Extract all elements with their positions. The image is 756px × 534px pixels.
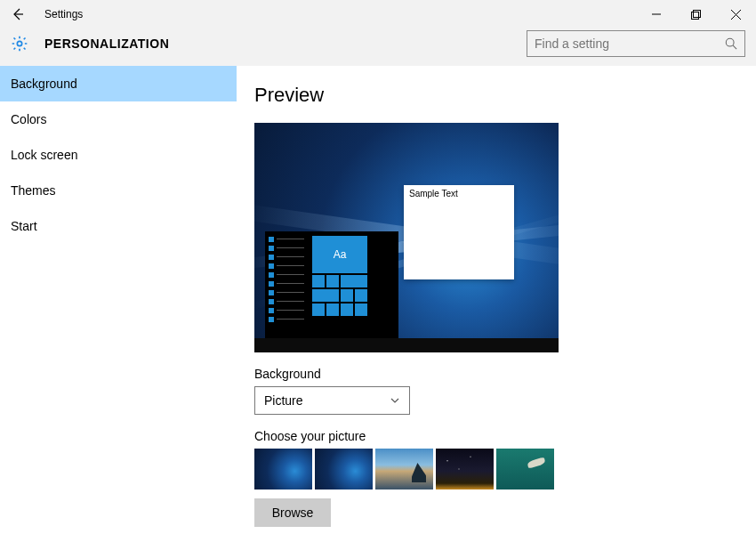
- title-bar: Settings: [0, 0, 756, 28]
- svg-point-6: [17, 41, 21, 45]
- picture-thumb-5[interactable]: [496, 449, 554, 490]
- svg-line-8: [733, 45, 736, 49]
- minimize-button[interactable]: [636, 0, 676, 28]
- preview-taskbar: [254, 338, 559, 352]
- sidebar-item-themes[interactable]: Themes: [0, 173, 237, 208]
- picture-thumb-1[interactable]: [254, 449, 312, 490]
- search-box[interactable]: [527, 30, 745, 57]
- picture-thumbnails: [254, 449, 756, 490]
- back-button[interactable]: [0, 0, 36, 28]
- desktop-preview: Sample Text Aa: [254, 123, 559, 352]
- sidebar-item-label: Themes: [11, 183, 56, 198]
- maximize-icon: [691, 10, 701, 20]
- search-input[interactable]: [535, 36, 725, 51]
- sidebar-item-label: Start: [11, 219, 37, 233]
- close-icon: [731, 10, 741, 20]
- sidebar-item-label: Lock screen: [11, 148, 77, 162]
- preview-tile-text: Aa: [312, 236, 367, 273]
- preview-sample-text: Sample Text: [404, 185, 514, 202]
- choose-picture-label: Choose your picture: [254, 429, 756, 443]
- picture-thumb-3[interactable]: [375, 449, 433, 490]
- maximize-button[interactable]: [676, 0, 716, 28]
- sidebar-item-colors[interactable]: Colors: [0, 101, 237, 137]
- sidebar-item-lockscreen[interactable]: Lock screen: [0, 137, 237, 173]
- sidebar-item-label: Background: [11, 77, 77, 91]
- preview-sample-window: Sample Text: [404, 185, 514, 279]
- preview-start-menu: Aa: [265, 231, 398, 338]
- page-title: PERSONALIZATION: [44, 36, 527, 51]
- sidebar-item-background[interactable]: Background: [0, 66, 237, 101]
- settings-gear-icon: [9, 33, 30, 54]
- app-title: Settings: [44, 8, 636, 20]
- window-controls: [636, 0, 756, 28]
- chevron-down-icon: [390, 395, 400, 406]
- svg-rect-3: [694, 10, 701, 17]
- picture-thumb-4[interactable]: [436, 449, 494, 490]
- background-label: Background: [254, 367, 756, 381]
- minimize-icon: [652, 10, 661, 19]
- header: PERSONALIZATION: [0, 28, 756, 66]
- close-button[interactable]: [716, 0, 756, 28]
- sidebar-item-start[interactable]: Start: [0, 208, 237, 244]
- back-arrow-icon: [11, 7, 25, 21]
- svg-rect-2: [692, 12, 699, 19]
- main-content: Preview Sample Text: [237, 66, 756, 534]
- preview-heading: Preview: [254, 84, 756, 107]
- background-dropdown[interactable]: Picture: [254, 386, 410, 415]
- svg-point-7: [726, 38, 734, 46]
- search-icon: [725, 37, 737, 50]
- sidebar: Background Colors Lock screen Themes Sta…: [0, 66, 237, 534]
- dropdown-value: Picture: [264, 393, 303, 408]
- picture-thumb-2[interactable]: [315, 449, 373, 490]
- sidebar-item-label: Colors: [11, 112, 46, 126]
- browse-button[interactable]: Browse: [254, 498, 331, 527]
